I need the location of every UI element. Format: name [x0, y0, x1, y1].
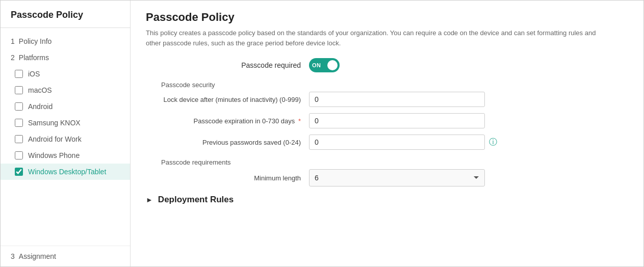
platform-checkbox-ios[interactable]	[15, 70, 23, 78]
toggle-on-label: ON	[312, 62, 321, 68]
platform-label-android: Android	[28, 102, 53, 111]
minimum-length-select[interactable]: 4 5 6 7 8 9 10	[309, 169, 485, 186]
sidebar-item-policy-info[interactable]: 1 Policy Info	[1, 33, 130, 49]
platform-checkbox-samsung-knox[interactable]	[15, 119, 23, 127]
platform-label-macos: macOS	[28, 86, 52, 94]
nav-section-policy: 1 Policy Info 2 Platforms iOS macOS Andr	[1, 28, 130, 182]
lock-device-label: Lock device after (minutes of inactivity…	[164, 96, 301, 103]
deployment-rules-arrow-icon: ►	[146, 196, 153, 204]
app-window: Passcode Policy 1 Policy Info 2 Platform…	[0, 0, 644, 267]
assignment-label: Assignment	[19, 252, 56, 260]
toggle-knob	[327, 60, 338, 70]
platform-checkbox-android-for-work[interactable]	[15, 135, 23, 143]
required-indicator: *	[298, 117, 301, 125]
lock-device-input[interactable]	[309, 92, 485, 107]
passcode-required-toggle[interactable]: ON	[309, 58, 340, 72]
passcode-expiration-input[interactable]	[309, 113, 485, 128]
minimum-length-label: Minimum length	[254, 174, 301, 182]
platform-label-windows-desktop: Windows Desktop/Tablet	[28, 168, 106, 176]
passcode-security-label: Passcode security	[161, 81, 215, 89]
platform-label-android-for-work: Android for Work	[28, 135, 82, 143]
platform-checkbox-windows-phone[interactable]	[15, 151, 23, 159]
previous-passwords-input[interactable]	[309, 135, 485, 150]
deployment-rules-section[interactable]: ► Deployment Rules	[146, 195, 628, 205]
previous-passwords-label: Previous passwords saved (0-24)	[202, 139, 301, 146]
platform-item-windows-desktop[interactable]: Windows Desktop/Tablet	[1, 164, 130, 180]
deployment-rules-title: Deployment Rules	[158, 195, 234, 205]
platform-checkbox-android[interactable]	[15, 102, 23, 111]
platform-item-android[interactable]: Android	[1, 98, 130, 115]
help-icon[interactable]: ⓘ	[489, 137, 497, 148]
passcode-expiration-label: Passcode expiration in 0-730 days	[194, 117, 295, 125]
platforms-label: Platforms	[19, 54, 49, 62]
passcode-requirements-label: Passcode requirements	[161, 158, 231, 166]
page-description: This policy creates a passcode policy ba…	[146, 28, 605, 48]
policy-info-num: 1	[11, 37, 15, 45]
form-section-security: Lock device after (minutes of inactivity…	[146, 92, 628, 150]
form-row-passcode-expiration: Passcode expiration in 0-730 days *	[146, 113, 628, 128]
platform-label-windows-phone: Windows Phone	[28, 151, 80, 159]
platform-item-windows-phone[interactable]: Windows Phone	[1, 147, 130, 164]
assignment-num: 3	[11, 252, 15, 260]
platform-item-android-for-work[interactable]: Android for Work	[1, 131, 130, 147]
sidebar-item-assignment[interactable]: 3 Assignment	[1, 246, 130, 266]
main-content: Passcode Policy This policy creates a pa…	[131, 1, 643, 266]
platform-item-macos[interactable]: macOS	[1, 82, 130, 98]
policy-info-label: Policy Info	[19, 37, 52, 45]
platform-checkbox-windows-desktop[interactable]	[15, 168, 23, 176]
passcode-required-label: Passcode required	[241, 61, 301, 69]
sidebar: Passcode Policy 1 Policy Info 2 Platform…	[1, 1, 131, 266]
platform-checkbox-macos[interactable]	[15, 86, 23, 94]
page-title: Passcode Policy	[146, 11, 628, 24]
form-row-minimum-length: Minimum length 4 5 6 7 8 9 10	[146, 169, 628, 186]
platform-list: iOS macOS Android Samsung KNOX Android f…	[1, 66, 130, 180]
platform-item-samsung-knox[interactable]: Samsung KNOX	[1, 115, 130, 131]
platform-label-samsung-knox: Samsung KNOX	[28, 119, 81, 127]
form-row-previous-passwords: Previous passwords saved (0-24) ⓘ	[146, 135, 628, 150]
platforms-num: 2	[11, 54, 15, 62]
platform-item-ios[interactable]: iOS	[1, 66, 130, 82]
sidebar-title: Passcode Policy	[1, 1, 130, 28]
sidebar-item-platforms[interactable]: 2 Platforms	[1, 49, 130, 66]
platform-label-ios: iOS	[28, 70, 40, 78]
form-row-lock-device: Lock device after (minutes of inactivity…	[146, 92, 628, 107]
